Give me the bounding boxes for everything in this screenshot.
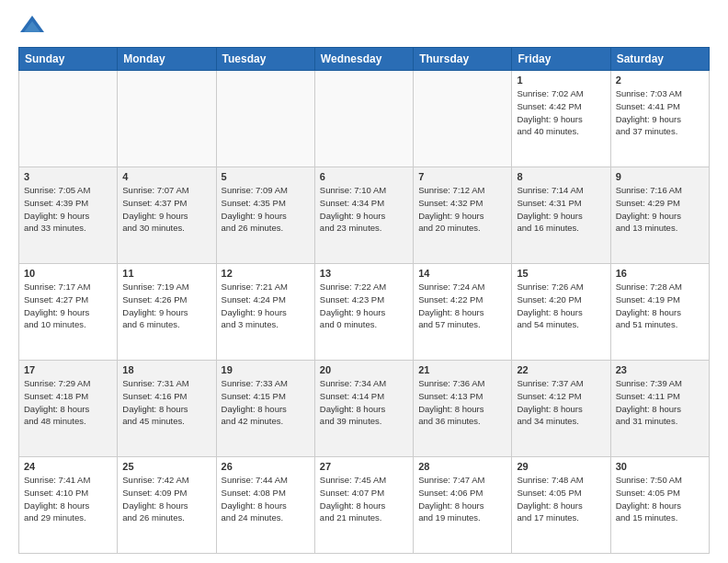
day-info: Sunrise: 7:45 AM Sunset: 4:07 PM Dayligh… bbox=[320, 474, 408, 524]
day-info: Sunrise: 7:19 AM Sunset: 4:26 PM Dayligh… bbox=[122, 281, 210, 331]
day-cell bbox=[118, 71, 216, 167]
day-cell: 9Sunrise: 7:16 AM Sunset: 4:29 PM Daylig… bbox=[610, 167, 709, 264]
day-info: Sunrise: 7:41 AM Sunset: 4:10 PM Dayligh… bbox=[24, 474, 112, 524]
day-cell: 14Sunrise: 7:24 AM Sunset: 4:22 PM Dayli… bbox=[414, 264, 512, 361]
day-cell bbox=[19, 71, 118, 167]
day-cell: 19Sunrise: 7:33 AM Sunset: 4:15 PM Dayli… bbox=[216, 361, 314, 457]
logo-icon bbox=[18, 14, 46, 41]
col-header-wednesday: Wednesday bbox=[314, 48, 413, 71]
day-info: Sunrise: 7:48 AM Sunset: 4:05 PM Dayligh… bbox=[517, 474, 605, 524]
day-cell: 29Sunrise: 7:48 AM Sunset: 4:05 PM Dayli… bbox=[512, 457, 610, 554]
day-number: 16 bbox=[616, 268, 704, 279]
day-info: Sunrise: 7:28 AM Sunset: 4:19 PM Dayligh… bbox=[616, 281, 704, 331]
day-cell: 5Sunrise: 7:09 AM Sunset: 4:35 PM Daylig… bbox=[216, 167, 314, 264]
day-info: Sunrise: 7:31 AM Sunset: 4:16 PM Dayligh… bbox=[122, 377, 210, 428]
day-info: Sunrise: 7:34 AM Sunset: 4:14 PM Dayligh… bbox=[320, 377, 408, 428]
day-info: Sunrise: 7:24 AM Sunset: 4:22 PM Dayligh… bbox=[418, 281, 506, 331]
day-cell: 27Sunrise: 7:45 AM Sunset: 4:07 PM Dayli… bbox=[314, 457, 413, 554]
day-number: 4 bbox=[122, 171, 210, 182]
day-info: Sunrise: 7:07 AM Sunset: 4:37 PM Dayligh… bbox=[122, 184, 210, 235]
day-number: 28 bbox=[418, 461, 506, 472]
day-info: Sunrise: 7:17 AM Sunset: 4:27 PM Dayligh… bbox=[24, 281, 112, 331]
day-number: 24 bbox=[24, 461, 112, 472]
day-cell: 15Sunrise: 7:26 AM Sunset: 4:20 PM Dayli… bbox=[512, 264, 610, 361]
day-number: 18 bbox=[122, 364, 210, 375]
day-info: Sunrise: 7:29 AM Sunset: 4:18 PM Dayligh… bbox=[24, 377, 112, 428]
day-info: Sunrise: 7:37 AM Sunset: 4:12 PM Dayligh… bbox=[517, 377, 605, 428]
day-cell: 20Sunrise: 7:34 AM Sunset: 4:14 PM Dayli… bbox=[314, 361, 413, 457]
day-info: Sunrise: 7:16 AM Sunset: 4:29 PM Dayligh… bbox=[616, 184, 704, 235]
day-cell: 22Sunrise: 7:37 AM Sunset: 4:12 PM Dayli… bbox=[512, 361, 610, 457]
day-cell: 25Sunrise: 7:42 AM Sunset: 4:09 PM Dayli… bbox=[118, 457, 216, 554]
day-number: 14 bbox=[418, 268, 506, 279]
day-info: Sunrise: 7:05 AM Sunset: 4:39 PM Dayligh… bbox=[24, 184, 112, 235]
day-number: 11 bbox=[122, 268, 210, 279]
day-info: Sunrise: 7:44 AM Sunset: 4:08 PM Dayligh… bbox=[222, 474, 310, 524]
day-cell: 24Sunrise: 7:41 AM Sunset: 4:10 PM Dayli… bbox=[19, 457, 118, 554]
day-number: 17 bbox=[24, 364, 112, 375]
day-number: 29 bbox=[517, 461, 605, 472]
day-cell: 17Sunrise: 7:29 AM Sunset: 4:18 PM Dayli… bbox=[19, 361, 118, 457]
col-header-tuesday: Tuesday bbox=[216, 48, 314, 71]
day-number: 2 bbox=[616, 75, 704, 86]
day-number: 7 bbox=[418, 171, 506, 182]
week-row-3: 10Sunrise: 7:17 AM Sunset: 4:27 PM Dayli… bbox=[19, 264, 710, 361]
day-cell: 21Sunrise: 7:36 AM Sunset: 4:13 PM Dayli… bbox=[414, 361, 512, 457]
day-cell: 8Sunrise: 7:14 AM Sunset: 4:31 PM Daylig… bbox=[512, 167, 610, 264]
week-row-5: 24Sunrise: 7:41 AM Sunset: 4:10 PM Dayli… bbox=[19, 457, 710, 554]
day-cell: 7Sunrise: 7:12 AM Sunset: 4:32 PM Daylig… bbox=[414, 167, 512, 264]
day-number: 30 bbox=[616, 461, 704, 472]
col-header-sunday: Sunday bbox=[19, 48, 118, 71]
day-info: Sunrise: 7:50 AM Sunset: 4:05 PM Dayligh… bbox=[616, 474, 704, 524]
day-cell bbox=[216, 71, 314, 167]
day-info: Sunrise: 7:10 AM Sunset: 4:34 PM Dayligh… bbox=[320, 184, 408, 235]
day-cell: 16Sunrise: 7:28 AM Sunset: 4:19 PM Dayli… bbox=[610, 264, 709, 361]
day-number: 1 bbox=[517, 75, 605, 86]
day-number: 3 bbox=[24, 171, 112, 182]
day-cell: 12Sunrise: 7:21 AM Sunset: 4:24 PM Dayli… bbox=[216, 264, 314, 361]
col-header-thursday: Thursday bbox=[414, 48, 512, 71]
day-info: Sunrise: 7:26 AM Sunset: 4:20 PM Dayligh… bbox=[517, 281, 605, 331]
page: SundayMondayTuesdayWednesdayThursdayFrid… bbox=[0, 0, 728, 563]
day-info: Sunrise: 7:22 AM Sunset: 4:23 PM Dayligh… bbox=[320, 281, 408, 331]
day-info: Sunrise: 7:33 AM Sunset: 4:15 PM Dayligh… bbox=[222, 377, 310, 428]
week-row-2: 3Sunrise: 7:05 AM Sunset: 4:39 PM Daylig… bbox=[19, 167, 710, 264]
day-number: 26 bbox=[222, 461, 310, 472]
day-cell: 18Sunrise: 7:31 AM Sunset: 4:16 PM Dayli… bbox=[118, 361, 216, 457]
day-number: 19 bbox=[222, 364, 310, 375]
day-cell: 6Sunrise: 7:10 AM Sunset: 4:34 PM Daylig… bbox=[314, 167, 413, 264]
day-info: Sunrise: 7:39 AM Sunset: 4:11 PM Dayligh… bbox=[616, 377, 704, 428]
day-info: Sunrise: 7:02 AM Sunset: 4:42 PM Dayligh… bbox=[517, 87, 605, 138]
day-cell: 4Sunrise: 7:07 AM Sunset: 4:37 PM Daylig… bbox=[118, 167, 216, 264]
day-number: 13 bbox=[320, 268, 408, 279]
day-number: 22 bbox=[517, 364, 605, 375]
day-info: Sunrise: 7:36 AM Sunset: 4:13 PM Dayligh… bbox=[418, 377, 506, 428]
day-info: Sunrise: 7:21 AM Sunset: 4:24 PM Dayligh… bbox=[222, 281, 310, 331]
day-info: Sunrise: 7:09 AM Sunset: 4:35 PM Dayligh… bbox=[222, 184, 310, 235]
day-number: 5 bbox=[222, 171, 310, 182]
week-row-1: 1Sunrise: 7:02 AM Sunset: 4:42 PM Daylig… bbox=[19, 71, 710, 167]
header-row: SundayMondayTuesdayWednesdayThursdayFrid… bbox=[19, 48, 710, 71]
day-cell: 23Sunrise: 7:39 AM Sunset: 4:11 PM Dayli… bbox=[610, 361, 709, 457]
day-number: 6 bbox=[320, 171, 408, 182]
day-number: 21 bbox=[418, 364, 506, 375]
calendar-table: SundayMondayTuesdayWednesdayThursdayFrid… bbox=[18, 47, 710, 554]
day-number: 8 bbox=[517, 171, 605, 182]
day-number: 12 bbox=[222, 268, 310, 279]
col-header-friday: Friday bbox=[512, 48, 610, 71]
day-cell: 30Sunrise: 7:50 AM Sunset: 4:05 PM Dayli… bbox=[610, 457, 709, 554]
day-cell: 11Sunrise: 7:19 AM Sunset: 4:26 PM Dayli… bbox=[118, 264, 216, 361]
day-number: 9 bbox=[616, 171, 704, 182]
day-info: Sunrise: 7:03 AM Sunset: 4:41 PM Dayligh… bbox=[616, 87, 704, 138]
day-cell: 10Sunrise: 7:17 AM Sunset: 4:27 PM Dayli… bbox=[19, 264, 118, 361]
day-number: 10 bbox=[24, 268, 112, 279]
calendar-body: 1Sunrise: 7:02 AM Sunset: 4:42 PM Daylig… bbox=[19, 71, 710, 554]
day-info: Sunrise: 7:42 AM Sunset: 4:09 PM Dayligh… bbox=[122, 474, 210, 524]
day-cell: 3Sunrise: 7:05 AM Sunset: 4:39 PM Daylig… bbox=[19, 167, 118, 264]
day-number: 25 bbox=[122, 461, 210, 472]
day-cell: 13Sunrise: 7:22 AM Sunset: 4:23 PM Dayli… bbox=[314, 264, 413, 361]
day-cell: 26Sunrise: 7:44 AM Sunset: 4:08 PM Dayli… bbox=[216, 457, 314, 554]
calendar-header: SundayMondayTuesdayWednesdayThursdayFrid… bbox=[19, 48, 710, 71]
day-cell: 28Sunrise: 7:47 AM Sunset: 4:06 PM Dayli… bbox=[414, 457, 512, 554]
day-number: 20 bbox=[320, 364, 408, 375]
